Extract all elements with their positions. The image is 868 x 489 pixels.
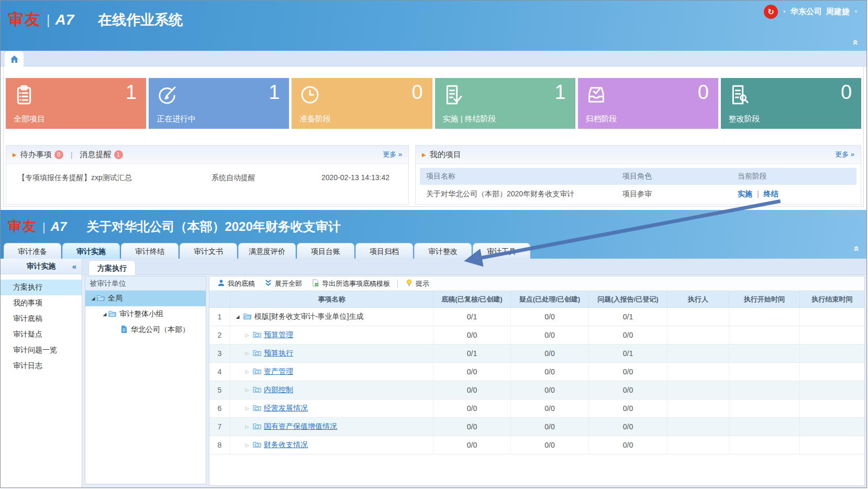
- project-tab[interactable]: 满意度评价: [238, 243, 296, 259]
- stat-card-value: 1: [555, 81, 566, 104]
- project-tab[interactable]: 审计工具: [473, 243, 530, 259]
- stat-card[interactable]: 0 整改阶段: [721, 78, 861, 129]
- expand-all-icon: [264, 279, 272, 288]
- doubt-count: 0/0: [511, 381, 589, 399]
- collapse-header-icon[interactable]: «: [852, 246, 863, 252]
- home-tab[interactable]: [5, 51, 24, 66]
- stat-card[interactable]: 0 归档阶段: [578, 78, 718, 129]
- toolbar-button[interactable]: 导出所选事项底稿模板: [308, 279, 394, 288]
- executor: [667, 381, 729, 399]
- project-tab[interactable]: 审计文书: [180, 243, 237, 259]
- tree-node[interactable]: 华北公司（本部）: [85, 322, 206, 338]
- doubt-count: 0/0: [511, 344, 589, 362]
- table-row[interactable]: 2 ▷ 预算管理 0/0 0/0 0/0: [209, 326, 864, 344]
- draft-count: 0/1: [433, 344, 511, 362]
- table-body: 1 ◢ 模版[财务收支审计-事业单位]生成 0/1 0/0 0/1 2 ▷ 预算…: [209, 308, 864, 454]
- dashboard-content: 1 全部项目 1 正在进行中 0 准备阶段 1 实施 | 终结阶段 0 归档阶段…: [3, 66, 864, 207]
- header-cell: 事项名称: [230, 291, 433, 307]
- tree-node[interactable]: ◢ 审计整体小组: [85, 306, 206, 322]
- stage-link-zhongjie[interactable]: 终结: [763, 190, 778, 198]
- stat-card[interactable]: 1 全部项目: [6, 78, 146, 129]
- toolbar-button[interactable]: 展开全部: [261, 279, 306, 288]
- user-name: 周建婕: [826, 7, 850, 17]
- project-tab[interactable]: 审计整改: [414, 243, 472, 259]
- stat-card-value: 0: [698, 81, 709, 104]
- tree-expander-icon[interactable]: ▷: [244, 442, 250, 448]
- project-tab[interactable]: 审计实施: [62, 243, 120, 259]
- doc-wrench-icon: [729, 84, 750, 105]
- tab-todo-items[interactable]: 待办事项 0: [20, 150, 63, 160]
- stage-link-shishi[interactable]: 实施: [738, 190, 752, 198]
- chevron-down-icon[interactable]: ▼: [782, 9, 786, 14]
- archive-icon: [586, 84, 607, 105]
- export-icon: [311, 279, 319, 288]
- toolbar-button[interactable]: 提示: [402, 279, 433, 288]
- sidebar-item[interactable]: 我的事项: [1, 295, 82, 311]
- draft-count: 0/0: [433, 418, 511, 436]
- project-tab[interactable]: 审计准备: [4, 243, 61, 259]
- problem-count: 0/1: [589, 344, 667, 362]
- tree-expander-icon[interactable]: ◢: [90, 296, 97, 301]
- table-row[interactable]: 5 ▷ 内部控制 0/0 0/0 0/0: [209, 381, 864, 399]
- table-row[interactable]: 6 ▷ 经营发展情况 0/0 0/0 0/0: [209, 399, 864, 418]
- sidebar-collapse-icon[interactable]: «: [72, 262, 76, 271]
- refresh-icon[interactable]: ↻: [764, 5, 778, 19]
- sidebar-item[interactable]: 审计日志: [1, 358, 82, 374]
- problem-count: 0/0: [589, 399, 667, 417]
- project-tab[interactable]: 项目归档: [355, 243, 413, 259]
- sidebar-item[interactable]: 方案执行: [1, 280, 82, 295]
- sidebar-item[interactable]: 审计底稿: [1, 311, 82, 327]
- header-cell: 底稿(已复核/已创建): [433, 291, 511, 307]
- stat-card[interactable]: 0 准备阶段: [292, 78, 432, 129]
- clock-icon: [299, 84, 320, 105]
- brand-divider: |: [42, 220, 46, 234]
- table-row[interactable]: 3 ▷ 预算执行 0/1 0/0 0/1: [209, 344, 864, 363]
- brand-logo: 审友: [8, 217, 37, 236]
- subtab-fanganzhixing[interactable]: 方案执行: [88, 260, 136, 275]
- toolbar-button[interactable]: 我的底稿: [214, 279, 259, 288]
- executor: [667, 436, 729, 454]
- collapse-header-icon[interactable]: «: [851, 40, 862, 46]
- tree-expander-icon[interactable]: ▷: [244, 424, 250, 429]
- table-row[interactable]: 7 ▷ 国有资产保值增值情况 0/0 0/0 0/0: [209, 418, 864, 436]
- problem-count: 0/0: [589, 436, 667, 454]
- message-row[interactable]: 【专项填报任务提醒】zxp测试汇总 系统自动提醒 2020-02-13 14:1…: [6, 164, 408, 183]
- tree-node[interactable]: ◢ 全局: [85, 291, 206, 306]
- tree-expander-icon[interactable]: ▷: [244, 406, 250, 411]
- sidebar-item[interactable]: 审计问题一览: [1, 342, 82, 358]
- problem-count: 0/1: [589, 308, 667, 326]
- tree-expander-icon[interactable]: ▷: [244, 332, 250, 338]
- tree-header: 被审计单位: [85, 276, 206, 291]
- tree-expander-icon[interactable]: ◢: [101, 312, 108, 317]
- problem-count: 0/0: [589, 381, 667, 399]
- edit-icon: [157, 84, 177, 105]
- todo-more-link[interactable]: 更多 »: [383, 150, 402, 159]
- chevron-down-icon[interactable]: ▼: [854, 9, 858, 14]
- draft-count: 0/0: [433, 326, 511, 344]
- clipboard-icon: [14, 84, 35, 105]
- start-time: [729, 326, 800, 344]
- tab-message-reminders[interactable]: 消息提醒 1: [80, 150, 123, 160]
- table-row[interactable]: 1 ◢ 模版[财务收支审计-事业单位]生成 0/1 0/0 0/1: [209, 308, 864, 326]
- sidebar-item[interactable]: 审计疑点: [1, 327, 82, 342]
- stat-card[interactable]: 1 实施 | 终结阶段: [435, 78, 575, 129]
- tree-expander-icon[interactable]: ◢: [235, 314, 241, 319]
- project-tab[interactable]: 审计终结: [121, 243, 179, 259]
- tree-expander-icon[interactable]: ▷: [244, 351, 250, 356]
- start-time: [729, 399, 800, 417]
- projects-more-link[interactable]: 更多 »: [835, 150, 854, 159]
- tree-expander-icon[interactable]: ▷: [244, 369, 250, 374]
- folder-open-icon: [108, 309, 119, 319]
- folder-icon: [243, 312, 252, 322]
- doubt-count: 0/0: [511, 399, 589, 417]
- project-tab[interactable]: 项目台账: [297, 243, 354, 259]
- problem-count: 0/0: [589, 326, 667, 344]
- panel-marker-icon: ▶: [13, 152, 17, 158]
- header-cell: 执行结束时间: [800, 291, 864, 307]
- header-cell-empty: [209, 291, 230, 307]
- project-name[interactable]: 关于对华北公司（本部）2020年财务收支审计: [426, 190, 622, 199]
- tree-expander-icon[interactable]: ▷: [244, 387, 250, 393]
- table-row[interactable]: 4 ▷ 资产管理 0/0 0/0 0/0: [209, 363, 864, 381]
- stat-card[interactable]: 1 正在进行中: [149, 78, 289, 129]
- table-row[interactable]: 8 ▷ 财务收支情况 0/0 0/0 0/0: [209, 436, 864, 454]
